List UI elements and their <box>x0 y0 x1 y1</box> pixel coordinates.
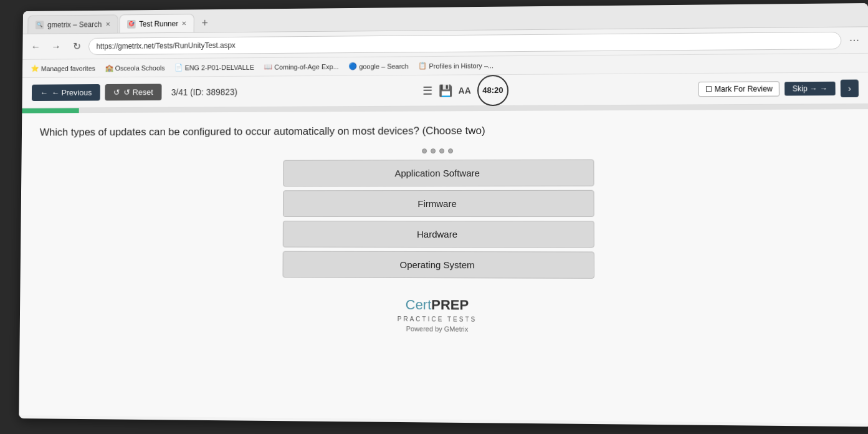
bookmark-profiles[interactable]: 📋 Profiles in History –... <box>415 60 498 71</box>
tab-gmetrix[interactable]: 🔍 gmetrix – Search ✕ <box>27 14 118 34</box>
skip-button[interactable]: Skip → → <box>785 81 835 95</box>
dot-1 <box>422 148 427 153</box>
next-button[interactable]: › <box>841 79 859 97</box>
bookmark-icon-profiles: 📋 <box>419 62 427 70</box>
bookmark-managed-favorites[interactable]: ⭐ Managed favorites <box>27 63 99 74</box>
browser-window: 🔍 gmetrix – Search ✕ 🎯 Test Runner ✕ + ←… <box>19 3 868 427</box>
practice-tests-text: PRACTICE TESTS <box>398 316 477 323</box>
bookmark-google[interactable]: 🔵 google – Search <box>345 60 412 72</box>
bookmark-icon-osceola: 🏫 <box>105 64 113 72</box>
refresh-icon: ↻ <box>72 41 80 52</box>
refresh-button[interactable]: ↻ <box>68 37 85 55</box>
tab-label-gmetrix: gmetrix – Search <box>47 20 102 29</box>
answer-option-1[interactable]: Application Software <box>283 159 594 186</box>
right-toolbar: ☐ Mark For Review Skip → → › <box>698 79 859 98</box>
back-button[interactable]: ← <box>27 38 44 55</box>
dot-4 <box>448 148 453 153</box>
tab-favicon-gmetrix: 🔍 <box>36 21 44 29</box>
bookmark-icon-managed: ⭐ <box>31 64 39 72</box>
tab-testrunner[interactable]: 🎯 Test Runner ✕ <box>119 14 194 32</box>
bookmark-icon-eng: 📄 <box>174 64 183 72</box>
certprep-logo: CertPREP <box>406 297 469 314</box>
previous-icon: ← <box>40 88 48 97</box>
reset-icon: ↺ <box>113 88 120 97</box>
prep-text: PREP <box>431 297 469 312</box>
bookmark-osceola[interactable]: 🏫 Osceola Schools <box>101 62 168 73</box>
forward-icon: → <box>51 41 61 52</box>
certprep-footer: CertPREP PRACTICE TESTS Powered by GMetr… <box>38 296 852 335</box>
center-toolbar: ☰ 💾 AA 48:20 <box>422 75 508 107</box>
tab-close-gmetrix[interactable]: ✕ <box>105 21 110 27</box>
previous-button[interactable]: ← ← Previous <box>32 84 100 101</box>
question-area: Which types of updates can be configured… <box>20 109 868 341</box>
bookmark-eng[interactable]: 📄 ENG 2-P01-DELVALLE <box>171 62 257 73</box>
question-text: Which types of updates can be configured… <box>40 122 850 140</box>
browser-menu-button[interactable]: ⋯ <box>845 31 863 49</box>
dots-indicator <box>39 147 850 155</box>
content-area: ← ← Previous ↺ ↺ Reset 3/41 (ID: 389823)… <box>19 72 868 423</box>
save-icon[interactable]: 💾 <box>439 84 452 97</box>
answer-option-2[interactable]: Firmware <box>282 190 594 217</box>
answers-container: Application Software Firmware Hardware O… <box>282 159 594 278</box>
new-tab-button[interactable]: + <box>196 14 214 32</box>
bookmark-coming-of-age[interactable]: 📖 Coming-of-Age Exp... <box>260 61 343 72</box>
back-icon: ← <box>31 41 41 52</box>
mark-review-button[interactable]: ☐ Mark For Review <box>698 81 780 97</box>
bookmark-icon-coming-of-age: 📖 <box>264 63 272 71</box>
tab-label-testrunner: Test Runner <box>139 19 178 28</box>
dot-2 <box>431 148 436 153</box>
address-bar[interactable]: https://gmetrix.net/Tests/RunUnityTest.a… <box>88 31 841 54</box>
left-toolbar: ← ← Previous ↺ ↺ Reset 3/41 (ID: 389823) <box>32 84 237 101</box>
cert-text: Cert <box>406 297 432 312</box>
answer-option-4[interactable]: Operating System <box>282 251 594 278</box>
answer-option-3[interactable]: Hardware <box>282 221 594 248</box>
list-icon[interactable]: ☰ <box>422 84 432 97</box>
checkbox-icon: ☐ <box>705 85 712 94</box>
reset-button[interactable]: ↺ ↺ Reset <box>105 84 162 100</box>
forward-button[interactable]: → <box>48 38 65 55</box>
toolbar-row: ← ← Previous ↺ ↺ Reset 3/41 (ID: 389823)… <box>22 72 868 109</box>
bookmark-icon-google: 🔵 <box>348 62 357 70</box>
font-size-icon[interactable]: AA <box>459 85 471 95</box>
tab-favicon-testrunner: 🎯 <box>127 19 136 28</box>
powered-by-text: Powered by GMetrix <box>406 325 469 333</box>
dot-3 <box>439 148 444 153</box>
question-counter: 3/41 (ID: 389823) <box>171 87 237 97</box>
skip-icon: → <box>820 84 828 92</box>
tab-close-testrunner[interactable]: ✕ <box>182 20 187 27</box>
timer-display: 48:20 <box>477 75 508 106</box>
address-text: https://gmetrix.net/Tests/RunUnityTest.a… <box>97 41 236 50</box>
